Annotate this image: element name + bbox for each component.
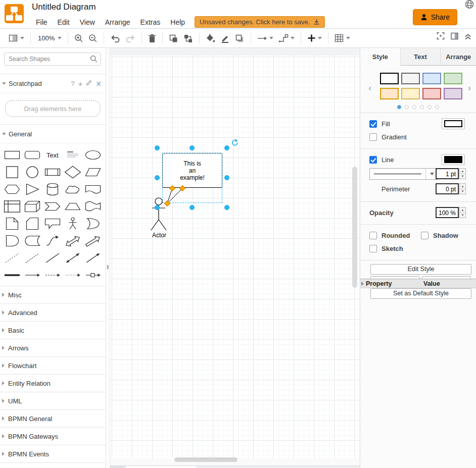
sidebar-section-bpmn-gateways[interactable]: BPMN Gateways bbox=[0, 428, 106, 445]
rotate-handle-icon[interactable] bbox=[230, 139, 239, 147]
zoom-dropdown[interactable]: 100% bbox=[34, 33, 64, 43]
tab-style[interactable]: Style bbox=[360, 48, 401, 66]
search-shapes-input[interactable] bbox=[4, 53, 101, 66]
sidebar-section-bpmn-events[interactable]: BPMN Events bbox=[0, 445, 106, 463]
page-tab[interactable] bbox=[126, 466, 196, 468]
shape-tape[interactable] bbox=[83, 198, 103, 215]
shape-bidirectional-connector[interactable] bbox=[63, 249, 83, 267]
shape-square[interactable] bbox=[2, 164, 22, 181]
shape-note[interactable] bbox=[2, 215, 22, 232]
canvas-page[interactable] bbox=[110, 56, 360, 458]
fill-checkbox[interactable] bbox=[369, 120, 377, 128]
presets-next-icon[interactable]: › bbox=[468, 83, 471, 93]
language-globe-icon[interactable] bbox=[464, 0, 474, 10]
page-dot[interactable] bbox=[412, 105, 416, 109]
horizontal-scrollbar-thumb[interactable] bbox=[174, 457, 237, 462]
sidebar-section-misc[interactable]: Misc bbox=[0, 286, 106, 304]
waypoints-button[interactable] bbox=[276, 32, 297, 44]
page-view-button[interactable] bbox=[6, 32, 27, 44]
to-front-button[interactable] bbox=[166, 32, 181, 44]
resize-handle-se[interactable] bbox=[224, 205, 229, 210]
shadow-button[interactable] bbox=[232, 32, 247, 44]
scratchpad-close-icon[interactable]: ✕ bbox=[96, 80, 102, 88]
preset-white[interactable] bbox=[380, 73, 399, 84]
preset-orange[interactable] bbox=[380, 88, 399, 99]
resize-handle-n[interactable] bbox=[189, 145, 195, 150]
scratchpad-edit-icon[interactable] bbox=[86, 80, 92, 87]
delete-button[interactable] bbox=[146, 32, 159, 44]
resize-handle-ne[interactable] bbox=[224, 145, 229, 150]
shape-link[interactable] bbox=[2, 267, 22, 284]
resize-handle-w[interactable] bbox=[155, 175, 160, 180]
shape-rectangle[interactable] bbox=[2, 146, 22, 164]
menu-arrange[interactable]: Arrange bbox=[100, 17, 135, 27]
resize-handle-e[interactable] bbox=[224, 175, 229, 180]
line-width-input[interactable]: 1 pt bbox=[436, 168, 459, 179]
sidebar-section-advanced[interactable]: Advanced bbox=[0, 304, 106, 322]
collapse-toolbar-button[interactable] bbox=[464, 32, 472, 42]
scratchpad-header[interactable]: Scratchpad ? + ✕ bbox=[0, 74, 106, 93]
shape-step[interactable] bbox=[42, 198, 63, 215]
line-color-swatch[interactable] bbox=[442, 154, 465, 165]
edit-style-button[interactable]: Edit Style bbox=[370, 264, 471, 275]
share-button[interactable]: Share bbox=[413, 9, 457, 25]
fill-color-swatch[interactable] bbox=[442, 118, 465, 129]
menu-edit[interactable]: Edit bbox=[53, 17, 75, 27]
opacity-input[interactable]: 100 % bbox=[436, 207, 459, 218]
tab-arrange[interactable]: Arrange bbox=[441, 48, 476, 66]
line-color-button[interactable] bbox=[218, 32, 232, 44]
menu-extras[interactable]: Extras bbox=[135, 17, 166, 27]
fill-color-button[interactable] bbox=[203, 32, 218, 44]
shape-directional-connector[interactable] bbox=[83, 249, 103, 267]
resize-handle-sw[interactable] bbox=[155, 205, 160, 210]
shape-actor[interactable] bbox=[63, 215, 83, 232]
shape-cylinder[interactable] bbox=[42, 181, 63, 198]
shape-data-storage[interactable] bbox=[22, 232, 42, 249]
shape-process[interactable] bbox=[42, 164, 63, 181]
preset-blue[interactable] bbox=[422, 73, 441, 84]
table-button[interactable] bbox=[332, 32, 353, 44]
line-checkbox[interactable] bbox=[369, 156, 377, 164]
scratchpad-drop-zone[interactable]: Drag elements here bbox=[5, 100, 101, 117]
shape-textbox[interactable] bbox=[63, 146, 83, 164]
scratchpad-help-icon[interactable]: ? bbox=[71, 80, 74, 87]
page-dot[interactable] bbox=[427, 105, 432, 109]
unsaved-changes-button[interactable]: Unsaved changes. Click here to save. bbox=[195, 16, 325, 28]
shape-internal-storage[interactable] bbox=[2, 198, 22, 215]
sidebar-splitter[interactable]: ‖ bbox=[106, 48, 110, 468]
shape-document[interactable] bbox=[83, 181, 103, 198]
gradient-checkbox[interactable] bbox=[369, 133, 377, 141]
menu-file[interactable]: File bbox=[31, 17, 53, 27]
shape-parallelogram[interactable] bbox=[83, 164, 103, 181]
shape-rounded-rectangle[interactable] bbox=[22, 146, 42, 164]
shape-hexagon[interactable] bbox=[2, 181, 22, 198]
shape-or[interactable] bbox=[83, 215, 103, 232]
shape-callout[interactable] bbox=[42, 215, 63, 232]
search-icon[interactable] bbox=[90, 55, 98, 65]
perimeter-stepper[interactable]: ▲▼ bbox=[459, 183, 466, 194]
page-dot[interactable] bbox=[420, 105, 424, 109]
line-width-stepper[interactable]: ▲▼ bbox=[459, 168, 466, 179]
shape-cube[interactable] bbox=[22, 198, 42, 215]
zoom-in-button[interactable] bbox=[72, 32, 86, 44]
page-dot[interactable] bbox=[435, 105, 439, 109]
shape-dotted-arrow-connector[interactable] bbox=[63, 267, 83, 284]
shape-cloud[interactable] bbox=[63, 181, 83, 198]
presets-prev-icon[interactable]: ‹ bbox=[368, 83, 371, 93]
opacity-stepper[interactable]: ▲▼ bbox=[459, 207, 466, 218]
scratchpad-add-icon[interactable]: + bbox=[78, 79, 83, 88]
shape-bidirectional-arrow[interactable] bbox=[63, 232, 83, 249]
shape-dashed-line[interactable] bbox=[2, 249, 22, 267]
general-section-header[interactable]: General bbox=[0, 124, 106, 143]
shape-card[interactable] bbox=[22, 215, 42, 232]
vertical-scrollbar-thumb[interactable] bbox=[352, 167, 357, 288]
line-style-dropdown[interactable] bbox=[369, 168, 438, 180]
shape-line[interactable] bbox=[42, 249, 63, 267]
shape-text[interactable]: Text bbox=[42, 146, 63, 164]
shape-trapezoid[interactable] bbox=[63, 198, 83, 215]
document-title[interactable]: Untitled Diagram bbox=[32, 2, 96, 12]
rounded-checkbox[interactable] bbox=[369, 232, 377, 239]
shape-diamond[interactable] bbox=[63, 164, 83, 181]
redo-button[interactable] bbox=[123, 33, 138, 44]
shape-dotted-line[interactable] bbox=[22, 249, 42, 267]
